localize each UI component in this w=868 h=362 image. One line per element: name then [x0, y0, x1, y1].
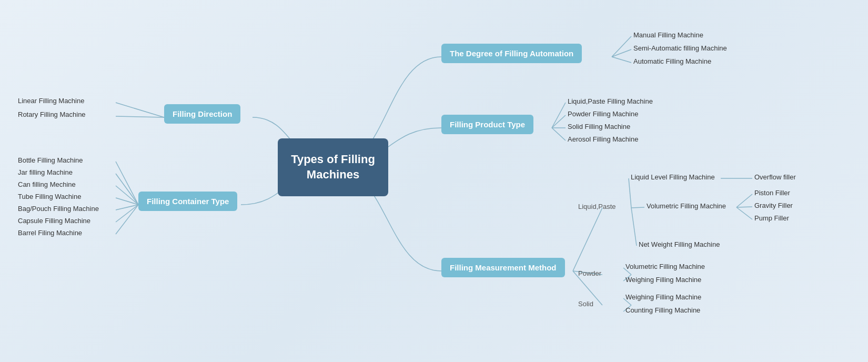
svg-line-7	[116, 103, 164, 117]
leaf-semi-auto: Semi-Automatic filling Machine	[631, 43, 729, 53]
svg-line-4	[552, 115, 566, 128]
branch-direction: Filling Direction	[164, 104, 240, 124]
leaf-liquid-paste: Liquid,Paste Filling Machine	[566, 96, 655, 106]
branch-container: Filling Container Type	[138, 192, 237, 211]
leaf-rotary: Rotary Filling Machine	[16, 109, 88, 119]
leaf-overflow: Overflow filler	[752, 172, 798, 182]
center-node: Types of Filling Machines	[278, 138, 388, 196]
svg-line-20	[631, 207, 644, 208]
svg-line-13	[116, 205, 138, 210]
leaf-lv: Liquid Level Filling Machine	[629, 172, 717, 182]
branch-product-type: Filling Product Type	[441, 115, 533, 134]
leaf-vol: Volumetric Filling Machine	[644, 201, 728, 211]
leaf-aerosol: Aerosol Filling Machine	[566, 134, 640, 144]
leaf-manual: Manual Filling Machine	[631, 30, 705, 40]
leaf-jar: Jar filling Machine	[16, 167, 75, 177]
branch-automation: The Degree of Filling Automation	[441, 44, 582, 63]
sub-liquid-paste: Liquid,Paste	[576, 202, 618, 212]
svg-line-25	[736, 207, 752, 219]
svg-line-9	[116, 162, 138, 205]
svg-line-11	[116, 186, 138, 205]
leaf-solid-weigh: Weighing Filling Machine	[623, 292, 703, 302]
leaf-auto: Automatic Filling Machine	[631, 56, 713, 66]
svg-line-1	[612, 49, 631, 57]
svg-line-21	[631, 208, 637, 246]
svg-line-0	[612, 36, 631, 57]
leaf-barrel: Barrel Filing Machine	[16, 228, 84, 238]
leaf-solid: Solid Filling Machine	[566, 122, 632, 132]
leaf-can: Can filling Mechine	[16, 179, 78, 189]
leaf-piston: Piston Filler	[752, 188, 792, 198]
svg-line-14	[116, 205, 138, 222]
svg-line-15	[116, 205, 138, 234]
svg-line-8	[116, 116, 164, 117]
leaf-capsule: Capsule Filling Machine	[16, 216, 93, 226]
sub-solid: Solid	[576, 299, 596, 309]
svg-line-2	[612, 57, 631, 63]
svg-line-19	[629, 178, 631, 208]
svg-line-3	[552, 103, 566, 128]
leaf-gravity: Gravity Filler	[752, 200, 795, 210]
leaf-bottle: Bottle Filling Machine	[16, 155, 85, 165]
svg-line-16	[573, 208, 602, 271]
svg-line-23	[736, 194, 752, 207]
leaf-pump: Pump Filler	[752, 213, 791, 223]
sub-powder: Powder	[576, 268, 603, 278]
svg-line-6	[552, 128, 566, 140]
leaf-netweight: Net Weight Filling Machine	[637, 239, 722, 249]
leaf-powder: Powder Filling Machine	[566, 109, 640, 119]
branch-measurement: Filling Measurement Method	[441, 258, 565, 277]
leaf-powder-vol: Volumetric Filling Machine	[623, 262, 707, 272]
svg-line-12	[116, 198, 138, 205]
leaf-linear: Linear Filling Machine	[16, 96, 86, 106]
leaf-counting: Counting Filling Machine	[623, 305, 702, 315]
svg-line-10	[116, 174, 138, 205]
leaf-bag: Bag/Pouch Filling Machine	[16, 204, 101, 214]
leaf-powder-weigh: Weighing Filling Machine	[623, 275, 703, 285]
svg-line-24	[736, 207, 752, 207]
leaf-tube: Tube Filling Wachine	[16, 192, 83, 202]
